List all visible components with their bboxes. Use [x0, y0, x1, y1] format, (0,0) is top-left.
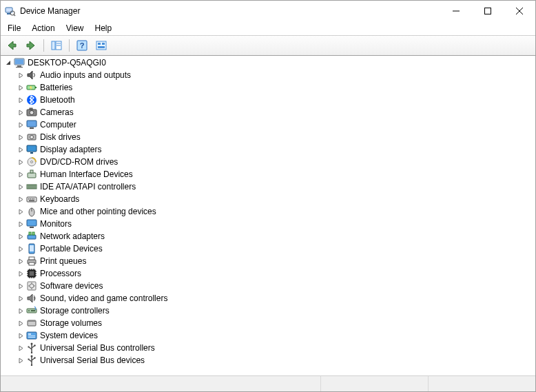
expand-icon[interactable] [16, 145, 26, 155]
tree-node-label: DESKTOP-Q5AQGI0 [28, 56, 106, 69]
tree-node-root[interactable]: DESKTOP-Q5AQGI0 [1, 56, 535, 69]
expand-icon[interactable] [16, 83, 26, 93]
tree-node-label: Human Interface Devices [40, 168, 133, 180]
expand-icon[interactable] [16, 169, 26, 180]
storagectrl-icon [26, 305, 37, 316]
tree-node-label: IDE ATA/ATAPI controllers [40, 180, 136, 193]
usb-icon [26, 342, 37, 353]
tree-node-software-devices[interactable]: Software devices [1, 280, 535, 292]
tree-node-keyboards[interactable]: Keyboards [1, 193, 535, 205]
device-tree[interactable]: DESKTOP-Q5AQGI0Audio inputs and outputsB… [1, 56, 535, 376]
expand-icon[interactable] [16, 219, 26, 229]
tree-node-system-devices[interactable]: System devices [1, 329, 535, 342]
expand-icon[interactable] [16, 207, 26, 217]
tree-node-mice-and-other-pointing-devices[interactable]: Mice and other pointing devices [1, 205, 535, 218]
tree-node-print-queues[interactable]: Print queues [1, 255, 535, 267]
tree-node-audio-inputs-and-outputs[interactable]: Audio inputs and outputs [1, 69, 535, 81]
expand-icon[interactable] [16, 157, 26, 167]
tree-node-portable-devices[interactable]: Portable Devices [1, 243, 535, 255]
tree-node-label: Cameras [40, 106, 74, 118]
app-icon [5, 6, 16, 17]
console-tree-button[interactable] [48, 37, 65, 54]
tree-node-label: Mice and other pointing devices [40, 205, 156, 218]
tree-node-human-interface-devices[interactable]: Human Interface Devices [1, 168, 535, 180]
expand-icon[interactable] [16, 306, 26, 316]
tree-node-dvd-cd-rom-drives[interactable]: DVD/CD-ROM drives [1, 156, 535, 168]
window-title: Device Manager [20, 6, 440, 16]
close-button[interactable] [504, 1, 535, 21]
tree-node-computer[interactable]: Computer [1, 118, 535, 131]
tree-node-storage-controllers[interactable]: Storage controllers [1, 305, 535, 317]
window-controls [440, 1, 535, 21]
expand-icon[interactable] [16, 182, 26, 192]
display-icon [26, 144, 37, 155]
tree-node-cameras[interactable]: Cameras [1, 106, 535, 118]
tree-node-network-adapters[interactable]: Network adapters [1, 230, 535, 243]
tree-node-label: Computer [40, 118, 76, 131]
menu-view[interactable]: View [61, 22, 90, 34]
maximize-button[interactable] [472, 1, 504, 21]
expand-icon[interactable] [16, 293, 26, 304]
back-button[interactable] [3, 37, 20, 54]
titlebar[interactable]: Device Manager [1, 1, 535, 21]
expand-icon[interactable] [16, 194, 26, 205]
computer-icon [26, 119, 37, 130]
statusbar [1, 376, 535, 391]
tree-node-label: Universal Serial Bus controllers [40, 342, 155, 354]
tree-node-label: Processors [40, 267, 81, 280]
usb-icon [26, 355, 37, 366]
expand-icon[interactable] [16, 95, 26, 105]
tree-node-label: Bluetooth [40, 94, 75, 106]
tree-node-label: Keyboards [40, 193, 79, 205]
expand-icon[interactable] [16, 331, 26, 341]
expand-icon[interactable] [16, 355, 26, 366]
tree-node-label: Display adapters [40, 143, 101, 156]
tree-node-label: Portable Devices [40, 243, 103, 255]
show-hidden-button[interactable] [93, 37, 110, 54]
expand-icon[interactable] [16, 107, 26, 118]
tree-node-universal-serial-bus-controllers[interactable]: Universal Serial Bus controllers [1, 342, 535, 354]
tree-node-label: DVD/CD-ROM drives [40, 156, 118, 168]
forward-button[interactable] [23, 37, 39, 54]
mouse-icon [26, 206, 37, 217]
tree-node-label: Print queues [40, 255, 86, 267]
expand-icon[interactable] [16, 120, 26, 130]
tree-node-storage-volumes[interactable]: Storage volumes [1, 317, 535, 329]
tree-node-display-adapters[interactable]: Display adapters [1, 143, 535, 156]
network-icon [26, 231, 37, 242]
tree-node-ide-ata-atapi-controllers[interactable]: IDE ATA/ATAPI controllers [1, 180, 535, 193]
expand-icon[interactable] [16, 269, 26, 279]
help-button[interactable] [74, 37, 90, 54]
disk-icon [26, 132, 37, 143]
sound-icon [26, 293, 37, 304]
menu-file[interactable]: File [2, 22, 26, 34]
tree-node-label: Universal Serial Bus devices [40, 354, 145, 367]
system-icon [26, 330, 37, 341]
tree-node-processors[interactable]: Processors [1, 267, 535, 280]
tree-node-label: System devices [40, 329, 98, 342]
menubar: File Action View Help [1, 21, 535, 36]
expand-icon[interactable] [16, 70, 26, 81]
tree-node-universal-serial-bus-devices[interactable]: Universal Serial Bus devices [1, 354, 535, 367]
tree-node-disk-drives[interactable]: Disk drives [1, 131, 535, 143]
computer-root-icon [14, 57, 25, 68]
tree-node-label: Software devices [40, 280, 103, 292]
minimize-button[interactable] [440, 1, 472, 21]
battery-icon [26, 82, 37, 93]
menu-help[interactable]: Help [90, 22, 118, 34]
tree-node-sound-video-and-game-controllers[interactable]: Sound, video and game controllers [1, 292, 535, 305]
tree-node-monitors[interactable]: Monitors [1, 218, 535, 230]
tree-node-batteries[interactable]: Batteries [1, 81, 535, 94]
expand-icon[interactable] [16, 231, 26, 242]
tree-node-label: Network adapters [40, 230, 105, 243]
expand-icon[interactable] [16, 244, 26, 254]
toolbar-separator [43, 39, 44, 52]
tree-node-bluetooth[interactable]: Bluetooth [1, 94, 535, 106]
collapse-icon[interactable] [3, 58, 14, 68]
expand-icon[interactable] [16, 343, 26, 353]
expand-icon[interactable] [16, 318, 26, 329]
expand-icon[interactable] [16, 256, 26, 267]
expand-icon[interactable] [16, 281, 26, 291]
expand-icon[interactable] [16, 132, 26, 143]
menu-action[interactable]: Action [26, 22, 60, 34]
